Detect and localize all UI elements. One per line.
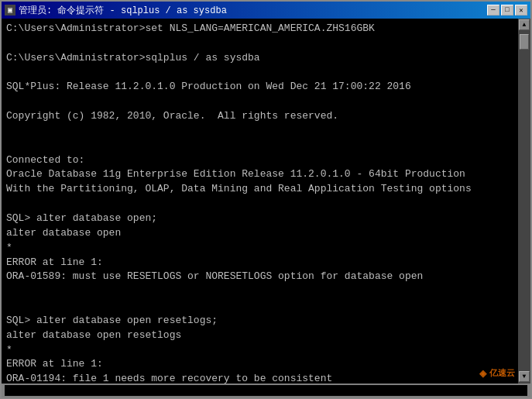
cmd-window: ▣ 管理员: 命令提示符 - sqlplus / as sysdba ─ □ ✕…	[0, 0, 532, 399]
watermark-logo: 亿速云	[489, 367, 515, 380]
close-button[interactable]: ✕	[515, 5, 527, 15]
scrollbar[interactable]: ▲ ▼	[518, 19, 530, 384]
terminal-area[interactable]: C:\Users\Administrator>set NLS_LANG=AMER…	[2, 19, 530, 384]
title-bar-left: ▣ 管理员: 命令提示符 - sqlplus / as sysdba	[5, 4, 227, 17]
window-icon: ▣	[5, 5, 15, 15]
scroll-thumb[interactable]	[520, 34, 529, 50]
scroll-down-button[interactable]: ▼	[519, 371, 530, 382]
bottom-bar-inner	[5, 385, 527, 396]
maximize-button[interactable]: □	[501, 5, 513, 15]
scroll-up-button[interactable]: ▲	[519, 19, 530, 30]
watermark-icon: ◈	[479, 367, 486, 380]
minimize-button[interactable]: ─	[487, 5, 499, 15]
bottom-bar	[2, 384, 530, 397]
title-bar: ▣ 管理员: 命令提示符 - sqlplus / as sysdba ─ □ ✕	[2, 2, 530, 19]
terminal-output: C:\Users\Administrator>set NLS_LANG=AMER…	[6, 22, 526, 384]
window-title: 管理员: 命令提示符 - sqlplus / as sysdba	[19, 4, 227, 17]
title-bar-buttons: ─ □ ✕	[487, 5, 527, 15]
watermark: ◈ 亿速云	[479, 367, 515, 380]
